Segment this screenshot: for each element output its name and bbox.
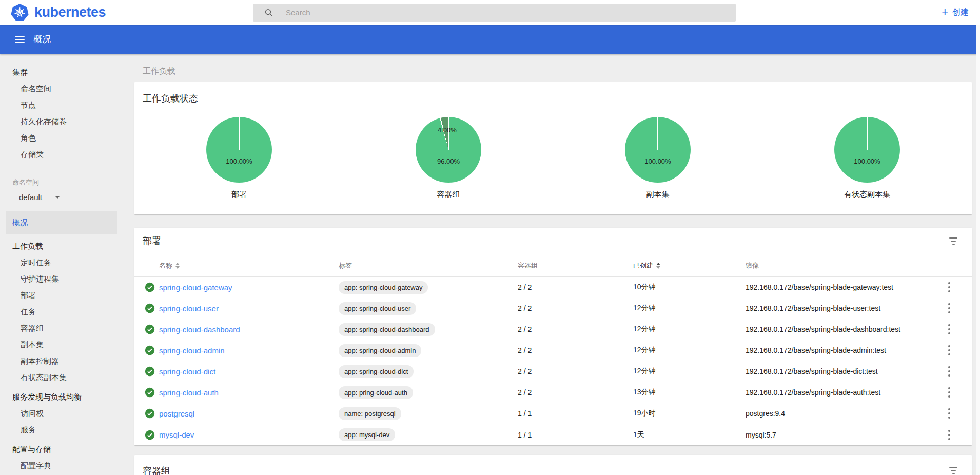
sidebar-item-pods[interactable]: 容器组 — [0, 320, 118, 337]
sidebar-section-workloads[interactable]: 工作负载 — [0, 238, 118, 254]
vertical-dots-icon[interactable] — [946, 300, 952, 316]
content-area: 集群命名空间节点持久化存储卷角色存储类命名空间default概况工作负载定时任务… — [0, 54, 980, 475]
label-chip: name: postgresql — [339, 407, 401, 420]
created-age: 1天 — [633, 430, 746, 440]
pods-card-title: 容器组 — [134, 465, 947, 475]
chevron-down-icon — [55, 196, 60, 199]
workload-status-chart: 100.00%有状态副本集 — [762, 117, 972, 200]
pie-percent-label: 96.00% — [437, 157, 460, 165]
label-chip: app: spring-cloud-dict — [339, 365, 414, 378]
workload-status-title: 工作负载状态 — [134, 92, 972, 105]
created-age: 19小时 — [633, 409, 746, 418]
page-toolbar: 概况 — [0, 25, 980, 54]
vertical-dots-icon[interactable] — [946, 427, 952, 443]
deployment-name-link[interactable]: spring-cloud-auth — [159, 388, 219, 397]
vertical-dots-icon[interactable] — [946, 363, 952, 380]
deployment-name-link[interactable]: mysql-dev — [159, 430, 194, 439]
sidebar-item-persistent-volumes[interactable]: 持久化存储卷 — [0, 113, 118, 130]
pie-separator — [657, 117, 658, 150]
created-age: 12分钟 — [633, 367, 746, 376]
sidebar-item-config-maps[interactable]: 配置字典 — [0, 458, 118, 474]
pie-separator — [867, 117, 868, 150]
column-header-created[interactable]: 已创建 — [633, 261, 653, 270]
image-name: 192.168.0.172/base/spring-blade-auth:tes… — [746, 388, 927, 397]
image-name: 192.168.0.172/base/spring-blade-user:tes… — [746, 304, 927, 312]
deployment-name-link[interactable]: spring-cloud-dict — [159, 367, 215, 376]
page-title: 概况 — [33, 33, 51, 45]
create-button[interactable]: + 创建 — [942, 0, 969, 25]
sidebar-item-namespaces[interactable]: 命名空间 — [0, 81, 118, 97]
sort-arrows-icon[interactable] — [656, 263, 660, 269]
check-circle-icon — [145, 324, 155, 334]
sidebar-item-roles[interactable]: 角色 — [0, 130, 118, 146]
sidebar-item-deployments[interactable]: 部署 — [0, 287, 118, 304]
deployment-name-link[interactable]: spring-cloud-gateway — [159, 283, 232, 292]
check-circle-icon — [145, 303, 155, 313]
sidebar-item-services[interactable]: 服务 — [0, 422, 118, 438]
filter-list-icon[interactable] — [947, 464, 959, 475]
hamburger-menu-icon[interactable] — [15, 34, 25, 45]
status-ok-icon — [134, 366, 159, 377]
deployments-table-body: spring-cloud-gatewayapp: spring-cloud-ga… — [134, 277, 972, 445]
deployment-name-link[interactable]: spring-cloud-dashboard — [159, 325, 240, 334]
vertical-dots-icon[interactable] — [946, 321, 952, 338]
sidebar-item-cron-jobs[interactable]: 定时任务 — [0, 254, 118, 271]
workload-status-charts: 100.00%部署96.00%4.00%容器组100.00%副本集100.00%… — [134, 117, 972, 200]
sidebar-item-replication-controllers[interactable]: 副本控制器 — [0, 353, 118, 369]
workload-status-chart: 100.00%副本集 — [553, 117, 762, 200]
pods-card: 容器组 — [134, 455, 972, 475]
check-circle-icon — [145, 282, 155, 292]
table-row: spring-cloud-userapp: spring-cloud-user2… — [134, 298, 972, 319]
search-bar[interactable] — [253, 4, 736, 22]
pie-percent-label: 4.00% — [438, 126, 457, 134]
sidebar-section-discovery[interactable]: 服务发现与负载均衡 — [0, 389, 118, 405]
vertical-dots-icon[interactable] — [946, 405, 952, 422]
sidebar-item-stateful-sets[interactable]: 有状态副本集 — [0, 369, 118, 386]
vertical-dots-icon[interactable] — [946, 279, 952, 295]
sidebar-item-replica-sets[interactable]: 副本集 — [0, 337, 118, 353]
pie-chart-label: 容器组 — [437, 190, 460, 200]
workload-status-chart: 100.00%部署 — [134, 117, 344, 200]
scrollbar[interactable] — [976, 25, 980, 475]
vertical-dots-icon[interactable] — [946, 384, 952, 401]
sidebar-item-nodes[interactable]: 节点 — [0, 97, 118, 113]
pie-chart: 100.00% — [625, 117, 691, 183]
check-circle-icon — [145, 366, 155, 377]
status-ok-icon — [134, 303, 159, 313]
pie-chart-label: 有状态副本集 — [844, 190, 890, 200]
status-ok-icon — [134, 430, 159, 440]
pods-count: 2 / 2 — [518, 283, 633, 291]
pie-chart-label: 部署 — [231, 190, 247, 200]
filter-list-icon[interactable] — [947, 234, 959, 248]
column-header-pods: 容器组 — [518, 261, 538, 270]
sidebar-item-daemon-sets[interactable]: 守护进程集 — [0, 271, 118, 287]
label-chip: app: spring-cloud-admin — [339, 344, 421, 357]
create-button-label: 创建 — [952, 7, 969, 18]
check-circle-icon — [145, 408, 155, 419]
sidebar-item-ingresses[interactable]: 访问权 — [0, 405, 118, 422]
pods-count: 2 / 2 — [518, 304, 633, 312]
sidebar-item-jobs[interactable]: 任务 — [0, 304, 118, 320]
deployment-name-link[interactable]: spring-cloud-admin — [159, 346, 225, 355]
sidebar-section-config-storage[interactable]: 配置与存储 — [0, 441, 118, 458]
column-header-name[interactable]: 名称 — [159, 261, 172, 270]
breadcrumb: 工作负载 — [134, 54, 972, 82]
main-panel: 工作负载 工作负载状态 100.00%部署96.00%4.00%容器组100.0… — [118, 54, 980, 475]
deployment-name-link[interactable]: postgresql — [159, 409, 194, 418]
pie-percent-label: 100.00% — [644, 157, 671, 165]
deployment-name-link[interactable]: spring-cloud-user — [159, 304, 219, 313]
vertical-dots-icon[interactable] — [946, 342, 952, 359]
sidebar-item-overview[interactable]: 概况 — [6, 211, 117, 234]
check-circle-icon — [145, 430, 155, 440]
sort-arrows-icon[interactable] — [175, 263, 180, 269]
label-chip: app: pring-cloud-auth — [339, 386, 413, 399]
pods-count: 1 / 1 — [518, 409, 633, 418]
sidebar-section-cluster[interactable]: 集群 — [0, 64, 118, 81]
namespace-select[interactable]: default — [17, 189, 62, 206]
created-age: 12分钟 — [633, 346, 746, 355]
sidebar-item-storage-classes[interactable]: 存储类 — [0, 146, 118, 163]
created-age: 10分钟 — [633, 283, 746, 292]
search-input[interactable] — [286, 8, 707, 17]
sidebar-divider — [0, 169, 118, 169]
label-chip: app: mysql-dev — [339, 428, 395, 441]
